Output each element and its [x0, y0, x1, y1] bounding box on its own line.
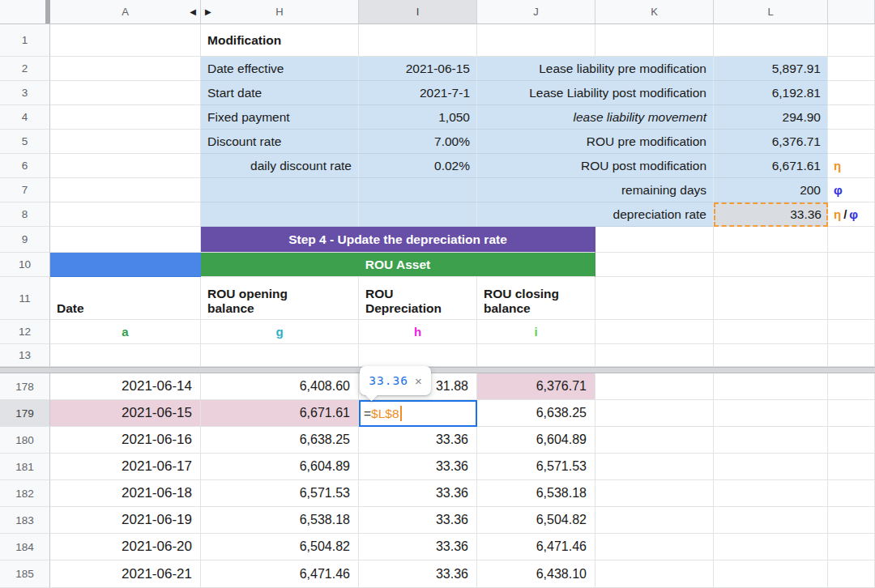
col-header-L[interactable]: L	[714, 0, 828, 24]
select-all-corner[interactable]	[0, 0, 45, 24]
cell-K180[interactable]	[595, 427, 714, 454]
cell-H180[interactable]: 6,638.25	[201, 427, 359, 454]
row-header-178[interactable]: 178	[0, 373, 50, 400]
cell-H183[interactable]: 6,538.18	[201, 507, 359, 534]
row-header-7[interactable]: 7	[0, 178, 50, 202]
cell-I184[interactable]: 33.36	[359, 534, 477, 560]
cell-K183[interactable]	[595, 507, 714, 534]
cell-H185[interactable]: 6,471.46	[201, 560, 359, 588]
unhide-columns-left-icon[interactable]: ◀	[190, 7, 196, 16]
cell-K182[interactable]	[595, 480, 714, 507]
cell-H5[interactable]: Discount rate	[201, 130, 359, 154]
cell-K181[interactable]	[595, 454, 714, 480]
row-header-180[interactable]: 180	[0, 427, 50, 454]
cell-M178[interactable]	[828, 373, 875, 400]
cell-A180[interactable]: 2021-06-16	[50, 427, 201, 454]
formula-edit-cell-I179[interactable]: = $L$8	[359, 400, 477, 427]
cell-I182[interactable]: 33.36	[359, 480, 477, 507]
cell-L178[interactable]	[714, 373, 828, 400]
cell-I1[interactable]	[359, 24, 477, 57]
cell-L6[interactable]: 6,671.61	[714, 154, 828, 178]
cell-A10-blue[interactable]	[50, 253, 201, 277]
cell-H3[interactable]: Start date	[201, 81, 359, 105]
cell-L3[interactable]: 6,192.81	[714, 81, 828, 105]
cell-I4[interactable]: 1,050	[359, 105, 477, 130]
cell-K3[interactable]: Lease Liability post modification	[477, 81, 714, 105]
row-header-2[interactable]: 2	[0, 57, 50, 81]
cell-K184[interactable]	[595, 534, 714, 560]
legend-letter-a[interactable]: a	[50, 320, 201, 344]
row-header-6[interactable]: 6	[0, 154, 50, 178]
cell-K10[interactable]	[595, 253, 714, 277]
cell-I7[interactable]	[359, 178, 477, 202]
row-header-13[interactable]: 13	[0, 344, 50, 367]
step-banner[interactable]: Step 4 - Update the depreciation rate	[201, 227, 595, 253]
cell-L2[interactable]: 5,897.91	[714, 57, 828, 81]
cell-M6[interactable]: η	[828, 154, 875, 178]
cell-J1[interactable]	[477, 24, 595, 57]
cell-I13[interactable]	[359, 344, 477, 367]
cell-I183[interactable]: 33.36	[359, 507, 477, 534]
cell-L184[interactable]	[714, 534, 828, 560]
row-header-181[interactable]: 181	[0, 454, 50, 480]
cell-A2[interactable]	[50, 57, 201, 81]
cell-M184[interactable]	[828, 534, 875, 560]
row-header-179[interactable]: 179	[0, 400, 50, 427]
rou-asset-banner[interactable]: ROU Asset	[201, 253, 595, 277]
cell-L180[interactable]	[714, 427, 828, 454]
cell-J185[interactable]: 6,438.10	[477, 560, 595, 588]
cell-K9[interactable]	[595, 227, 714, 253]
cell-H2[interactable]: Date effective	[201, 57, 359, 81]
row-header-182[interactable]: 182	[0, 480, 50, 507]
cell-K185[interactable]	[595, 560, 714, 588]
cell-M181[interactable]	[828, 454, 875, 480]
cell-M2[interactable]	[828, 57, 875, 81]
cell-L12[interactable]	[714, 320, 828, 344]
cell-I6[interactable]: 0.02%	[359, 154, 477, 178]
cell-A7[interactable]	[50, 178, 201, 202]
legend-letter-h[interactable]: h	[359, 320, 477, 344]
cell-H182[interactable]: 6,571.53	[201, 480, 359, 507]
cell-L185[interactable]	[714, 560, 828, 588]
cell-M5[interactable]	[828, 130, 875, 154]
row-header-10[interactable]: 10	[0, 253, 50, 277]
cell-A184[interactable]: 2021-06-20	[50, 534, 201, 560]
cell-J13[interactable]	[477, 344, 595, 367]
cell-L13[interactable]	[714, 344, 828, 367]
cell-K1[interactable]	[595, 24, 714, 57]
cell-L1[interactable]	[714, 24, 828, 57]
legend-letter-i[interactable]: i	[477, 320, 595, 344]
cell-L4[interactable]: 294.90	[714, 105, 828, 130]
cell-M11[interactable]	[828, 277, 875, 320]
cell-K11[interactable]	[595, 277, 714, 320]
cell-A182[interactable]: 2021-06-18	[50, 480, 201, 507]
cell-M182[interactable]	[828, 480, 875, 507]
row-header-12[interactable]: 12	[0, 320, 50, 344]
cell-M9[interactable]	[828, 227, 875, 253]
cell-K12[interactable]	[595, 320, 714, 344]
cell-M179[interactable]	[828, 400, 875, 427]
cell-A6[interactable]	[50, 154, 201, 178]
cell-M185[interactable]	[828, 560, 875, 588]
cell-A9[interactable]	[50, 227, 201, 253]
table-header-opening[interactable]: ROU opening balance	[201, 277, 359, 320]
cell-L5[interactable]: 6,376.71	[714, 130, 828, 154]
cell-H178[interactable]: 6,408.60	[201, 373, 359, 400]
unhide-columns-right-icon[interactable]: ▶	[205, 7, 211, 16]
cell-A8[interactable]	[50, 202, 201, 227]
cell-J181[interactable]: 6,571.53	[477, 454, 595, 480]
close-icon[interactable]: ×	[415, 374, 422, 388]
row-header-184[interactable]: 184	[0, 534, 50, 560]
cell-J182[interactable]: 6,538.18	[477, 480, 595, 507]
cell-M13[interactable]	[828, 344, 875, 367]
row-header-5[interactable]: 5	[0, 130, 50, 154]
cell-J184[interactable]: 6,471.46	[477, 534, 595, 560]
cell-J179[interactable]: 6,638.25	[477, 400, 595, 427]
cell-H179[interactable]: 6,671.61	[201, 400, 359, 427]
legend-letter-g[interactable]: g	[201, 320, 359, 344]
cell-K5[interactable]: ROU pre modification	[477, 130, 714, 154]
cell-A5[interactable]	[50, 130, 201, 154]
cell-M180[interactable]	[828, 427, 875, 454]
cell-L10[interactable]	[714, 253, 828, 277]
cell-K8[interactable]: depreciation rate	[477, 202, 714, 227]
